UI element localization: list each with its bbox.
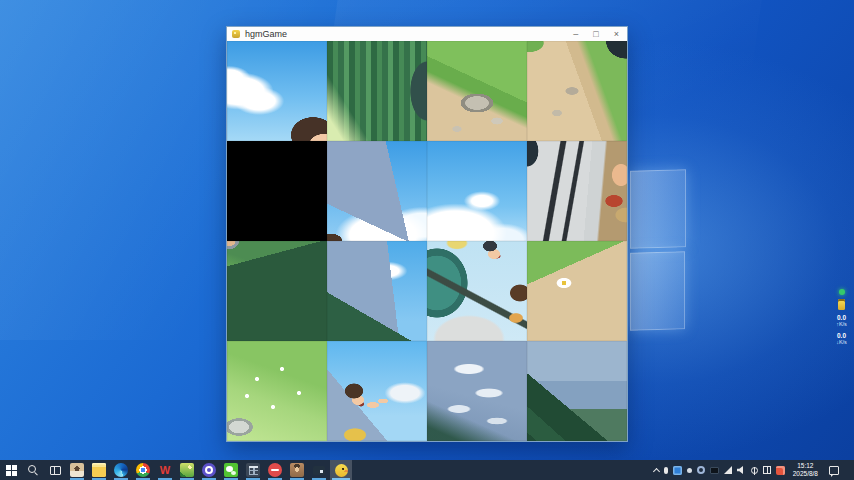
taskbar-app-wps[interactable]: W (154, 460, 176, 480)
puzzle-tile-r1c1[interactable] (227, 41, 327, 141)
network-icon[interactable] (724, 466, 732, 474)
taskbar-app-image-viewer[interactable] (176, 460, 198, 480)
puzzle-tile-r3c3[interactable] (427, 241, 527, 341)
battery-icon (838, 299, 845, 310)
action-center-icon[interactable] (829, 466, 839, 475)
taskbar-app-gallery[interactable] (286, 460, 308, 480)
puzzle-empty-slot-r2c1 (227, 141, 327, 241)
system-tray: 15:12 2025/8/8 (651, 460, 854, 480)
calculator-app-icon (246, 463, 260, 477)
status-dot-icon (839, 289, 845, 295)
gallery-app-icon (290, 463, 304, 477)
file-explorer-icon (92, 463, 106, 477)
taskbar-app-wechat[interactable] (220, 460, 242, 480)
clock-time: 15:12 (793, 462, 818, 470)
puzzle-tile-r1c3[interactable] (427, 41, 527, 141)
hgmgame-window: hgmGame – □ × (226, 26, 628, 442)
ring-tray-app-icon[interactable] (697, 466, 705, 474)
close-button[interactable]: × (614, 27, 619, 41)
dark-tray-app-icon[interactable] (710, 467, 719, 474)
wps-icon: W (158, 463, 172, 477)
puzzle-tile-r2c3[interactable] (427, 141, 527, 241)
security-tray-app-icon[interactable] (776, 466, 785, 475)
hidden-icons-chevron-icon[interactable] (653, 467, 660, 474)
wechat-icon (224, 463, 238, 477)
search-icon (28, 465, 39, 476)
taskbar-app-file-explorer[interactable] (88, 460, 110, 480)
photo-app-icon (70, 463, 84, 477)
task-view-icon (50, 466, 61, 475)
puzzle-tile-r1c4[interactable] (527, 41, 627, 141)
windows-logo-pane-top (630, 169, 686, 248)
minimize-button[interactable]: – (573, 27, 578, 41)
taskbar-app-photo[interactable] (66, 460, 88, 480)
puzzle-tile-r4c1[interactable] (227, 341, 327, 441)
start-button[interactable] (0, 460, 22, 480)
taskbar: W (0, 460, 854, 480)
search-button[interactable] (22, 460, 44, 480)
puzzle-board (227, 41, 627, 441)
taskbar-app-edge[interactable] (110, 460, 132, 480)
volume-icon[interactable] (737, 466, 746, 474)
puzzle-tile-r1c2[interactable] (327, 41, 427, 141)
white-tray-app-icon[interactable] (687, 468, 692, 473)
task-view-button[interactable] (44, 460, 66, 480)
hgmgame-icon (335, 464, 348, 477)
desktop: hgmGame – □ × (0, 0, 854, 480)
taskbar-app-calculator[interactable] (242, 460, 264, 480)
windows-logo-pane-bottom (630, 251, 685, 330)
upload-speed: 0.0 ↑K/s (836, 314, 847, 328)
puzzle-tile-r3c4[interactable] (527, 241, 627, 341)
app-icon (232, 30, 240, 38)
taskbar-app-red-block[interactable] (264, 460, 286, 480)
puzzle-tile-r4c4[interactable] (527, 341, 627, 441)
window-titlebar[interactable]: hgmGame – □ × (227, 27, 627, 41)
ime-indicator-icon[interactable] (763, 466, 771, 474)
window-title: hgmGame (245, 27, 287, 41)
blue-tray-app-icon[interactable] (673, 466, 682, 475)
edge-icon (114, 463, 128, 477)
puzzle-tile-r3c2[interactable] (327, 241, 427, 341)
taskbar-app-mini[interactable] (308, 460, 330, 480)
windows-logo-icon (6, 465, 17, 476)
taskbar-app-hgmgame-active[interactable] (330, 460, 352, 480)
taskbar-clock[interactable]: 15:12 2025/8/8 (790, 462, 821, 478)
image-viewer-icon (180, 463, 194, 477)
red-block-app-icon (268, 463, 282, 477)
puzzle-tile-r4c2[interactable] (327, 341, 427, 441)
taskbar-app-purple-ring[interactable] (198, 460, 220, 480)
puzzle-tile-r4c3[interactable] (427, 341, 527, 441)
puzzle-tile-r2c4[interactable] (527, 141, 627, 241)
net-speed-widget[interactable]: 0.0 ↑K/s 0.0 ↓K/s (833, 289, 850, 346)
download-speed: 0.0 ↓K/s (836, 332, 847, 346)
maximize-button[interactable]: □ (593, 27, 598, 41)
puzzle-tile-r3c1[interactable] (227, 241, 327, 341)
taskbar-app-chrome[interactable] (132, 460, 154, 480)
puzzle-tile-r2c2[interactable] (327, 141, 427, 241)
usb-icon[interactable] (751, 467, 758, 474)
chrome-icon (136, 463, 150, 477)
mini-app-icon (313, 466, 325, 475)
microphone-icon[interactable] (664, 467, 668, 474)
clock-date: 2025/8/8 (793, 470, 818, 478)
purple-ring-app-icon (202, 463, 216, 477)
